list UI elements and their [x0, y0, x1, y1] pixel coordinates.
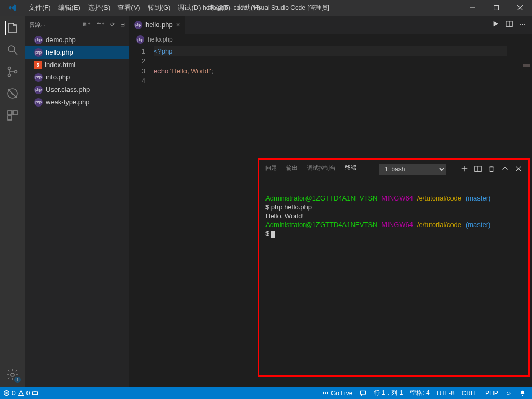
run-icon[interactable]	[492, 20, 499, 29]
minimize-button[interactable]	[460, 0, 484, 16]
panel-tab-problems[interactable]: 问题	[265, 164, 277, 175]
status-errors[interactable]: 0	[3, 390, 16, 397]
status-encoding[interactable]: UTF-8	[437, 390, 455, 397]
new-folder-icon[interactable]: 🗀⁺	[96, 21, 105, 28]
panel-tab-output[interactable]: 输出	[286, 164, 298, 175]
menu-bar: 文件(F) 编辑(E) 选择(S) 查看(V) 转到(G) 调试(D) 终端(T…	[25, 0, 264, 16]
new-terminal-icon[interactable]	[461, 165, 468, 174]
svg-point-4	[15, 71, 17, 73]
explorer-sidebar: 资源... 🗎⁺ 🗀⁺ ⟳ ⊟ demo.phphello.phpindex.h…	[25, 16, 129, 387]
php-icon	[34, 73, 43, 82]
file-label: index.html	[45, 60, 75, 70]
settings-badge: 1	[14, 377, 21, 383]
code-editor[interactable]: 1234 <?php echo 'Hello, World!';	[129, 45, 532, 86]
menu-debug[interactable]: 调试(D)	[174, 0, 204, 16]
code-lines[interactable]: <?php echo 'Hello, World!';	[154, 46, 507, 86]
activity-bar: 1	[0, 16, 25, 387]
file-item[interactable]: info.php	[25, 71, 129, 84]
line-gutter: 1234	[129, 46, 154, 86]
breadcrumb[interactable]: hello.php	[129, 34, 532, 45]
status-warnings[interactable]: 0	[18, 390, 30, 397]
status-eol[interactable]: CRLF	[462, 390, 478, 397]
file-item[interactable]: User.class.php	[25, 84, 129, 96]
svg-point-1	[8, 46, 15, 52]
collapse-icon[interactable]: ⊟	[120, 21, 125, 28]
svg-rect-8	[8, 116, 12, 120]
file-label: demo.php	[46, 35, 76, 45]
file-label: weak-type.php	[46, 97, 90, 108]
svg-point-2	[8, 67, 11, 70]
svg-point-3	[8, 74, 11, 77]
new-file-icon[interactable]: 🗎⁺	[82, 21, 91, 28]
status-ports[interactable]	[32, 390, 38, 396]
menu-file[interactable]: 文件(F)	[25, 0, 55, 16]
html-icon	[34, 61, 42, 69]
menu-terminal[interactable]: 终端(T)	[204, 0, 234, 16]
panel-tabs: 问题 输出 调试控制台 终端 1: bash	[259, 160, 528, 175]
file-item[interactable]: demo.php	[25, 34, 129, 46]
terminal-panel: 问题 输出 调试控制台 终端 1: bash Administrator@1ZG…	[258, 158, 530, 377]
svg-rect-13	[33, 392, 38, 395]
file-item[interactable]: index.html	[25, 59, 129, 71]
maximize-panel-icon[interactable]	[501, 165, 509, 174]
close-button[interactable]	[508, 0, 532, 16]
svg-point-14	[325, 392, 326, 394]
status-lncol[interactable]: 行 1，列 1	[374, 389, 403, 397]
file-item[interactable]: hello.php	[25, 46, 129, 59]
more-icon[interactable]: ⋯	[519, 20, 526, 29]
svg-point-9	[11, 373, 14, 376]
status-spaces[interactable]: 空格: 4	[410, 389, 429, 397]
extensions-icon[interactable]	[5, 108, 20, 123]
source-control-icon[interactable]	[5, 64, 20, 79]
kill-terminal-icon[interactable]	[488, 165, 495, 174]
file-list: demo.phphello.phpindex.htmlinfo.phpUser.…	[25, 34, 129, 109]
menu-view[interactable]: 查看(V)	[114, 0, 143, 16]
explorer-title: 资源...	[29, 21, 45, 29]
split-icon[interactable]	[506, 20, 513, 29]
status-lang[interactable]: PHP	[485, 390, 498, 397]
php-icon	[34, 36, 43, 44]
menu-help[interactable]: 帮助(H)	[234, 0, 264, 16]
menu-go[interactable]: 转到(G)	[144, 0, 175, 16]
editor-actions: ⋯	[492, 20, 532, 29]
php-icon	[34, 48, 43, 57]
file-label: User.class.php	[46, 85, 90, 95]
status-golive[interactable]: Go Live	[322, 390, 352, 397]
breadcrumb-file: hello.php	[148, 36, 173, 43]
search-icon[interactable]	[5, 43, 20, 57]
explorer-header: 资源... 🗎⁺ 🗀⁺ ⟳ ⊟	[25, 16, 129, 34]
terminal-select[interactable]: 1: bash	[379, 164, 446, 175]
maximize-button[interactable]	[484, 0, 508, 16]
status-feedback[interactable]	[360, 390, 366, 396]
svg-rect-6	[8, 111, 12, 115]
file-label: info.php	[46, 72, 70, 83]
svg-rect-0	[494, 6, 499, 10]
refresh-icon[interactable]: ⟳	[110, 21, 115, 28]
debug-icon[interactable]	[5, 86, 20, 101]
file-item[interactable]: weak-type.php	[25, 96, 129, 109]
tab-hello-php[interactable]: hello.php ×	[129, 16, 185, 34]
close-panel-icon[interactable]	[515, 165, 522, 174]
window-controls	[460, 0, 532, 16]
menu-selection[interactable]: 选择(S)	[84, 0, 114, 16]
panel-tab-debug[interactable]: 调试控制台	[307, 164, 336, 175]
settings-gear-icon[interactable]: 1	[5, 367, 20, 382]
svg-rect-7	[13, 111, 17, 115]
php-icon	[136, 35, 144, 44]
status-bell-icon[interactable]	[519, 390, 526, 396]
vscode-logo-icon	[0, 3, 25, 12]
status-smile[interactable]: ☺	[506, 390, 512, 397]
php-icon	[34, 86, 43, 94]
panel-tab-terminal[interactable]: 终端	[345, 164, 356, 175]
editor-area: hello.php × ⋯ hello.php 1234 <?php echo …	[129, 16, 532, 387]
file-label: hello.php	[46, 47, 73, 58]
php-icon	[134, 21, 142, 29]
php-icon	[34, 98, 43, 107]
menu-edit[interactable]: 编辑(E)	[55, 0, 84, 16]
terminal-body[interactable]: Administrator@1ZGTTD4A1NFVTSN MINGW64 /e…	[259, 175, 528, 242]
tab-close-icon[interactable]: ×	[176, 21, 180, 29]
minimap[interactable]	[523, 64, 530, 66]
title-bar: 文件(F) 编辑(E) 选择(S) 查看(V) 转到(G) 调试(D) 终端(T…	[0, 0, 532, 16]
split-terminal-icon[interactable]	[474, 165, 482, 174]
explorer-icon[interactable]	[5, 21, 19, 35]
